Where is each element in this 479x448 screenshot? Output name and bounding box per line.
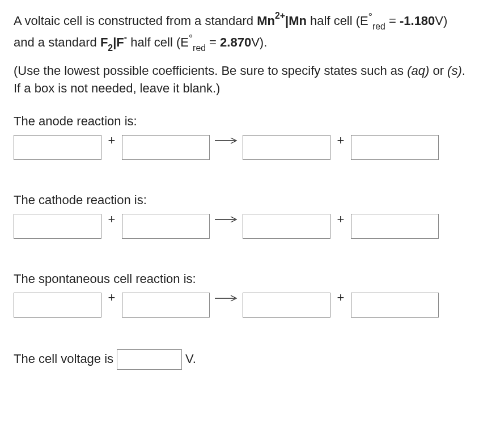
spontaneous-product-1[interactable] bbox=[243, 293, 330, 318]
voltage-unit: V. bbox=[185, 350, 196, 368]
spontaneous-product-2[interactable] bbox=[351, 293, 439, 318]
spontaneous-reaction-row: + + bbox=[14, 293, 465, 318]
voltage-label: The cell voltage is bbox=[14, 350, 113, 368]
arrow-icon bbox=[212, 215, 240, 223]
plus-symbol: + bbox=[333, 289, 349, 307]
anode-product-2[interactable] bbox=[351, 135, 439, 160]
plus-symbol: + bbox=[333, 132, 349, 150]
cathode-reactant-1[interactable] bbox=[14, 214, 101, 239]
cathode-label: The cathode reaction is: bbox=[14, 192, 465, 209]
spontaneous-reactant-1[interactable] bbox=[14, 293, 101, 318]
arrow-icon bbox=[212, 294, 240, 302]
cathode-product-2[interactable] bbox=[351, 214, 439, 239]
anode-reaction-row: + + bbox=[14, 135, 465, 160]
anode-product-1[interactable] bbox=[243, 135, 330, 160]
spontaneous-reactant-2[interactable] bbox=[122, 293, 210, 318]
plus-symbol: + bbox=[104, 289, 120, 307]
voltage-row: The cell voltage is V. bbox=[14, 349, 465, 370]
instructions-paragraph: (Use the lowest possible coefficients. B… bbox=[14, 62, 465, 98]
intro-paragraph: A voltaic cell is constructed from a sta… bbox=[14, 10, 465, 53]
cathode-reaction-row: + + bbox=[14, 214, 465, 239]
voltage-input[interactable] bbox=[117, 349, 182, 370]
spontaneous-label: The spontaneous cell reaction is: bbox=[14, 271, 465, 288]
anode-reactant-2[interactable] bbox=[122, 135, 210, 160]
anode-reactant-1[interactable] bbox=[14, 135, 101, 160]
cathode-reactant-2[interactable] bbox=[122, 214, 210, 239]
cathode-product-1[interactable] bbox=[243, 214, 330, 239]
plus-symbol: + bbox=[104, 132, 120, 150]
plus-symbol: + bbox=[333, 211, 349, 229]
anode-label: The anode reaction is: bbox=[14, 113, 465, 130]
arrow-icon bbox=[212, 137, 240, 145]
plus-symbol: + bbox=[104, 211, 120, 229]
